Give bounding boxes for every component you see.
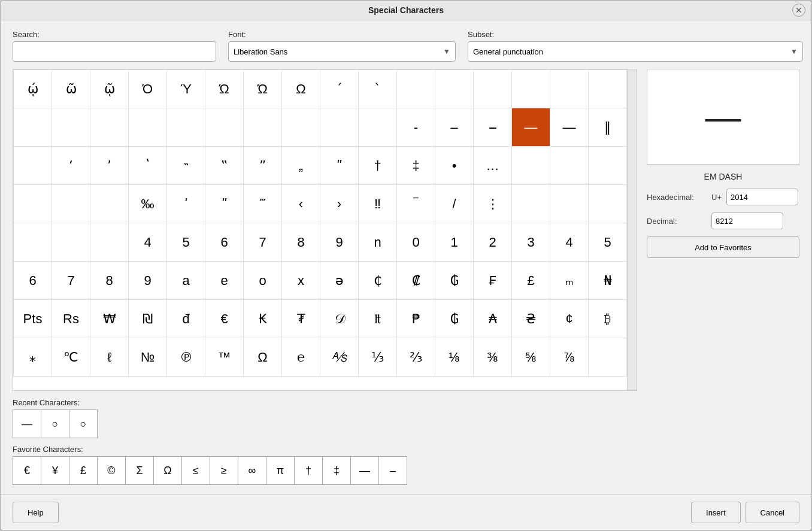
char-cell[interactable]: Ω	[282, 70, 320, 108]
char-cell[interactable]: ₪	[129, 300, 167, 338]
favorite-char-cell[interactable]: π	[266, 456, 295, 485]
char-cell[interactable]: /	[435, 185, 474, 223]
char-cell[interactable]: ‼	[359, 185, 397, 223]
char-cell[interactable]: a	[167, 262, 205, 300]
char-cell[interactable]: ₳	[474, 300, 512, 338]
char-cell[interactable]: 6	[205, 223, 244, 262]
recent-char-cell[interactable]: —	[13, 409, 41, 438]
subset-select[interactable]: General punctuation ▼	[468, 41, 803, 62]
char-cell[interactable]: ‒	[474, 108, 512, 147]
char-cell[interactable]: ₿	[589, 300, 627, 338]
char-cell[interactable]: ™	[205, 338, 244, 377]
favorite-char-cell[interactable]: –	[378, 456, 407, 485]
add-to-favorites-button[interactable]: Add to Favorites	[647, 236, 799, 258]
char-cell[interactable]: ʺ	[205, 185, 244, 223]
char-cell[interactable]: 𝒟	[320, 300, 359, 338]
char-cell[interactable]: ˋ	[359, 70, 397, 108]
favorite-char-cell[interactable]: ≥	[210, 456, 238, 485]
char-cell[interactable]: ῷ	[90, 70, 129, 108]
char-cell[interactable]: 4	[550, 223, 589, 262]
char-cell[interactable]: 7	[244, 223, 282, 262]
char-cell[interactable]: …	[474, 147, 512, 185]
recent-char-cell[interactable]: ○	[41, 409, 69, 438]
char-cell[interactable]: ₩	[90, 300, 129, 338]
char-cell[interactable]: Ω	[244, 338, 282, 377]
char-cell[interactable]: ℃	[52, 338, 90, 377]
font-select[interactable]: Liberation Sans ▼	[228, 41, 456, 62]
char-cell[interactable]: ˊ	[320, 70, 359, 108]
favorite-char-cell[interactable]: ∞	[238, 456, 266, 485]
char-cell[interactable]: Ώ	[205, 70, 244, 108]
search-input[interactable]	[13, 41, 216, 62]
char-cell[interactable]: Ύ	[167, 70, 205, 108]
help-button[interactable]: Help	[13, 502, 59, 523]
char-cell[interactable]: ῴ	[14, 70, 52, 108]
char-cell[interactable]: ¢	[550, 300, 589, 338]
char-cell[interactable]: ₴	[512, 300, 550, 338]
char-cell[interactable]: 5	[589, 223, 627, 262]
char-cell[interactable]: ə	[320, 262, 359, 300]
char-cell[interactable]: ῶ	[52, 70, 90, 108]
char-cell[interactable]: ʽ	[129, 147, 167, 185]
char-cell[interactable]: 6	[14, 262, 52, 300]
char-cell[interactable]: ₣	[474, 262, 512, 300]
char-cell[interactable]: ₲	[435, 262, 474, 300]
favorite-char-cell[interactable]: —	[350, 456, 379, 485]
char-cell[interactable]: 9	[320, 223, 359, 262]
favorite-char-cell[interactable]: €	[13, 456, 41, 485]
char-cell[interactable]: ‰	[129, 185, 167, 223]
char-cell[interactable]: Rs	[52, 300, 90, 338]
char-cell[interactable]: n	[359, 223, 397, 262]
char-cell[interactable]: ℗	[167, 338, 205, 377]
char-cell[interactable]: €	[205, 300, 244, 338]
char-cell[interactable]: 5	[167, 223, 205, 262]
char-cell[interactable]: ‹	[282, 185, 320, 223]
char-cell[interactable]: 8	[90, 262, 129, 300]
char-cell[interactable]: ₦	[589, 262, 627, 300]
char-cell[interactable]: 0	[397, 223, 435, 262]
char-cell[interactable]: đ	[167, 300, 205, 338]
char-cell[interactable]: 8	[282, 223, 320, 262]
char-cell[interactable]: ʹ	[167, 185, 205, 223]
char-cell[interactable]: —	[512, 108, 550, 147]
char-cell[interactable]: 3	[512, 223, 550, 262]
cancel-button[interactable]: Cancel	[746, 502, 799, 523]
favorite-char-cell[interactable]: ‡	[322, 456, 351, 485]
char-cell[interactable]: 1	[435, 223, 474, 262]
char-cell[interactable]: †	[359, 147, 397, 185]
char-cell[interactable]: ₮	[282, 300, 320, 338]
favorite-char-cell[interactable]: ≤	[181, 456, 210, 485]
hex-input[interactable]	[726, 189, 798, 205]
char-cell[interactable]: ℓ	[90, 338, 129, 377]
char-cell[interactable]: ›	[320, 185, 359, 223]
favorite-char-cell[interactable]: £	[69, 456, 98, 485]
char-cell[interactable]: ˮ	[244, 147, 282, 185]
char-cell[interactable]: 7	[52, 262, 90, 300]
char-cell[interactable]: „	[282, 147, 320, 185]
char-cell[interactable]: -	[397, 108, 435, 147]
char-cell[interactable]: Pts	[14, 300, 52, 338]
char-cell[interactable]: ₭	[244, 300, 282, 338]
char-cell[interactable]: ⅔	[397, 338, 435, 377]
char-cell[interactable]: №	[129, 338, 167, 377]
char-cell[interactable]: 9	[129, 262, 167, 300]
char-cell[interactable]: £	[512, 262, 550, 300]
char-cell[interactable]: ʻ	[52, 147, 90, 185]
char-cell[interactable]: ⅞	[550, 338, 589, 377]
favorite-char-cell[interactable]: ©	[97, 456, 126, 485]
char-cell[interactable]: ⅜	[474, 338, 512, 377]
char-cell[interactable]: •	[435, 147, 474, 185]
insert-button[interactable]: Insert	[691, 502, 741, 523]
char-cell[interactable]: ―	[550, 108, 589, 147]
char-cell[interactable]: ʼ	[90, 147, 129, 185]
char-cell[interactable]: ₲	[435, 300, 474, 338]
char-cell[interactable]: ℮	[282, 338, 320, 377]
char-cell[interactable]: ⅛	[435, 338, 474, 377]
char-cell[interactable]: –	[435, 108, 474, 147]
dec-input[interactable]	[711, 213, 783, 229]
char-cell[interactable]: ‖	[589, 108, 627, 147]
recent-char-cell[interactable]: ○	[69, 409, 98, 438]
char-cell[interactable]: x	[282, 262, 320, 300]
char-cell[interactable]: ⋮	[474, 185, 512, 223]
char-cell[interactable]: ‡	[397, 147, 435, 185]
